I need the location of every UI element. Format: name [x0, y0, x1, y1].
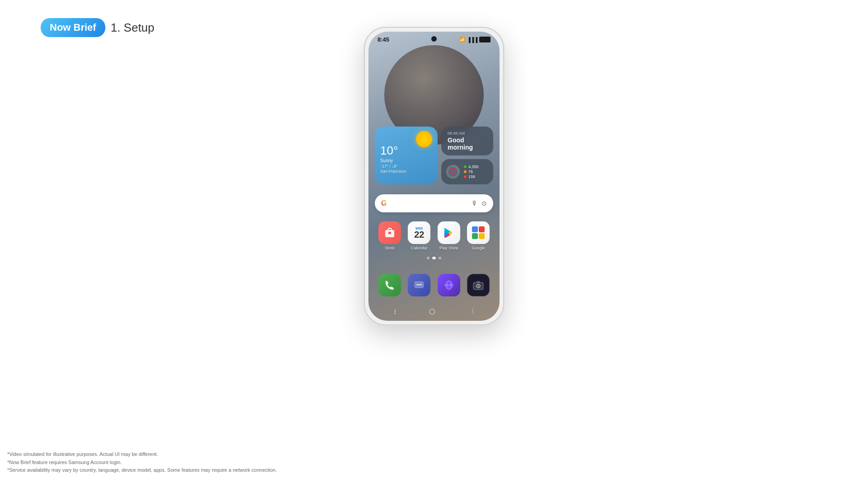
setup-step-label: 1. Setup	[111, 21, 155, 35]
footer-notes: *Video simulated for illustrative purpos…	[7, 450, 277, 474]
morning-greeting: Good morning	[448, 136, 487, 151]
battery-icon: 100	[479, 37, 491, 42]
google-cell-yellow	[479, 233, 485, 239]
status-icons: 📶 ▐▐▐ 100	[459, 37, 491, 42]
phone-container: 8:45 📶 ▐▐▐ 100 10° Sunny ↑17° / ↓8° San …	[364, 27, 504, 325]
lens-icon[interactable]: ⊙	[481, 200, 487, 207]
apps-row: Store WED 22 Calendar	[375, 221, 493, 250]
store-icon	[378, 221, 401, 244]
dock-browser-icon[interactable]	[438, 274, 460, 296]
page-dot-2	[432, 257, 436, 259]
svg-point-8	[420, 284, 422, 286]
footer-note-1: *Video simulated for illustrative purpos…	[7, 450, 277, 459]
health-icon	[446, 164, 460, 179]
footer-note-3: *Service availability may vary by countr…	[7, 466, 277, 474]
google-cell-blue	[472, 226, 478, 232]
app-item-store[interactable]: Store	[378, 221, 401, 250]
app-item-google[interactable]: Google	[467, 221, 490, 250]
health-widget[interactable]: 4,350 76 158	[441, 159, 493, 184]
active-dot	[464, 170, 467, 173]
nav-recent-icon[interactable]: ⫶	[393, 308, 397, 316]
weather-range: ↑17° / ↓8°	[380, 164, 432, 169]
store-label: Store	[385, 246, 395, 250]
calories-dot	[464, 175, 467, 178]
calendar-icon: WED 22	[408, 221, 430, 244]
health-active: 76	[464, 169, 479, 174]
phone-outer: 8:45 📶 ▐▐▐ 100 10° Sunny ↑17° / ↓8° San …	[364, 27, 504, 325]
google-cell-red	[479, 226, 485, 232]
weather-condition: Sunny	[380, 158, 432, 163]
google-label: Google	[472, 246, 485, 250]
steps-dot	[464, 165, 467, 168]
steps-value: 4,350	[468, 164, 479, 169]
morning-time: 08:45 AM	[448, 131, 487, 136]
morning-widget[interactable]: 08:45 AM Good morning	[441, 127, 493, 155]
google-grid	[472, 226, 485, 239]
health-stats: 4,350 76 158	[464, 164, 479, 179]
page-dot-3	[439, 257, 441, 259]
top-label-area: Now Brief 1. Setup	[41, 18, 155, 37]
google-search-bar[interactable]: G 🎙 ⊙	[375, 194, 493, 212]
app-item-calendar[interactable]: WED 22 Calendar	[408, 221, 430, 250]
playstore-icon	[438, 221, 460, 244]
svg-point-6	[417, 284, 418, 286]
dock-camera-icon[interactable]	[467, 274, 490, 296]
calendar-label: Calendar	[411, 246, 428, 250]
svg-point-7	[419, 284, 420, 286]
dock-messages-icon[interactable]	[408, 274, 430, 296]
google-icon	[467, 221, 490, 244]
svg-rect-3	[388, 232, 391, 234]
microphone-icon[interactable]: 🎙	[472, 200, 478, 207]
nav-back-icon[interactable]: 〈	[467, 307, 475, 316]
now-brief-badge: Now Brief	[41, 18, 105, 37]
page-dots	[427, 257, 441, 259]
health-steps: 4,350	[464, 164, 479, 169]
active-value: 76	[468, 169, 473, 174]
calories-value: 158	[468, 174, 475, 179]
right-widgets-column: 08:45 AM Good morning	[441, 127, 493, 184]
navigation-bar: ⫶ ⬡ 〈	[377, 307, 491, 316]
phone-screen: 8:45 📶 ▐▐▐ 100 10° Sunny ↑17° / ↓8° San …	[368, 32, 500, 321]
signal-icon: ▐▐▐	[467, 37, 477, 42]
google-cell-green	[472, 233, 478, 239]
footer-note-2: *Now Brief feature requires Samsung Acco…	[7, 459, 277, 467]
nav-home-icon[interactable]: ⬡	[429, 307, 435, 316]
dock-row	[375, 274, 493, 296]
playstore-label: Play Store	[439, 246, 458, 250]
weather-city: San Francisco	[380, 169, 432, 174]
status-time: 8:45	[377, 36, 389, 43]
app-item-playstore[interactable]: Play Store	[438, 221, 460, 250]
google-logo: G	[381, 199, 387, 207]
svg-point-0	[446, 165, 460, 178]
camera-notch	[431, 36, 437, 42]
weather-widget[interactable]: 10° Sunny ↑17° / ↓8° San Francisco	[375, 127, 438, 184]
calendar-date: 22	[414, 230, 424, 239]
widgets-area: 10° Sunny ↑17° / ↓8° San Francisco 08:45…	[375, 127, 493, 184]
weather-sun-icon	[416, 131, 432, 147]
health-calories: 158	[464, 174, 479, 179]
dock-phone-icon[interactable]	[378, 274, 401, 296]
svg-point-14	[477, 285, 479, 287]
page-dot-1	[427, 257, 429, 259]
wifi-icon: 📶	[459, 37, 465, 42]
